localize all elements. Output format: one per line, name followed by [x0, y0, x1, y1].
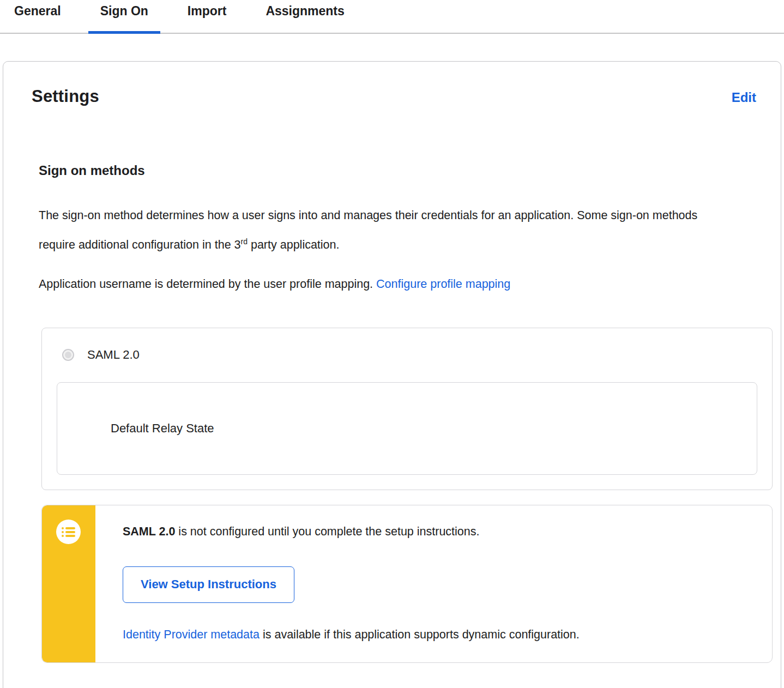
saml-option-box: SAML 2.0 Default Relay State	[41, 328, 773, 490]
callout-message-bold: SAML 2.0	[123, 525, 175, 538]
tab-assignments[interactable]: Assignments	[266, 0, 344, 33]
username-mapping-text: Application username is determined by th…	[39, 277, 376, 291]
edit-link[interactable]: Edit	[732, 90, 756, 105]
description-text-end: party application.	[248, 238, 340, 251]
callout-accent-bar	[42, 505, 95, 662]
saml-radio-label: SAML 2.0	[87, 348, 140, 362]
saml-radio-button[interactable]	[62, 349, 74, 361]
ordinal-suffix: rd	[241, 237, 248, 246]
settings-card-header: Settings Edit	[29, 87, 756, 106]
saml-setup-callout: SAML 2.0 is not configured until you com…	[41, 505, 773, 663]
default-relay-state-panel: Default Relay State	[57, 382, 757, 475]
view-setup-instructions-button[interactable]: View Setup Instructions	[123, 566, 294, 603]
list-icon	[56, 520, 81, 544]
settings-card: Settings Edit Sign on methods The sign-o…	[3, 61, 781, 688]
description-text: The sign-on method determines how a user…	[39, 209, 697, 251]
default-relay-state-label: Default Relay State	[111, 421, 214, 436]
callout-message-text: is not configured until you complete the…	[175, 525, 479, 538]
configure-profile-mapping-link[interactable]: Configure profile mapping	[376, 277, 510, 291]
app-tab-bar: General Sign On Import Assignments	[0, 0, 784, 34]
callout-message: SAML 2.0 is not configured until you com…	[123, 525, 750, 539]
sign-on-methods-section: Sign on methods The sign-on method deter…	[29, 163, 756, 663]
tab-import[interactable]: Import	[188, 0, 227, 33]
tab-general[interactable]: General	[14, 0, 61, 33]
tab-sign-on[interactable]: Sign On	[100, 0, 148, 33]
callout-content: SAML 2.0 is not configured until you com…	[42, 505, 772, 642]
metadata-note-text: is available if this application support…	[260, 628, 580, 641]
identity-provider-metadata-link[interactable]: Identity Provider metadata	[123, 628, 260, 641]
sign-on-method-description: The sign-on method determines how a user…	[39, 202, 715, 258]
username-mapping-description: Application username is determined by th…	[39, 271, 715, 297]
saml-radio-row[interactable]: SAML 2.0	[57, 348, 757, 362]
metadata-availability-note: Identity Provider metadata is available …	[123, 628, 750, 642]
page-title: Settings	[32, 87, 99, 106]
sign-on-methods-heading: Sign on methods	[39, 163, 756, 178]
